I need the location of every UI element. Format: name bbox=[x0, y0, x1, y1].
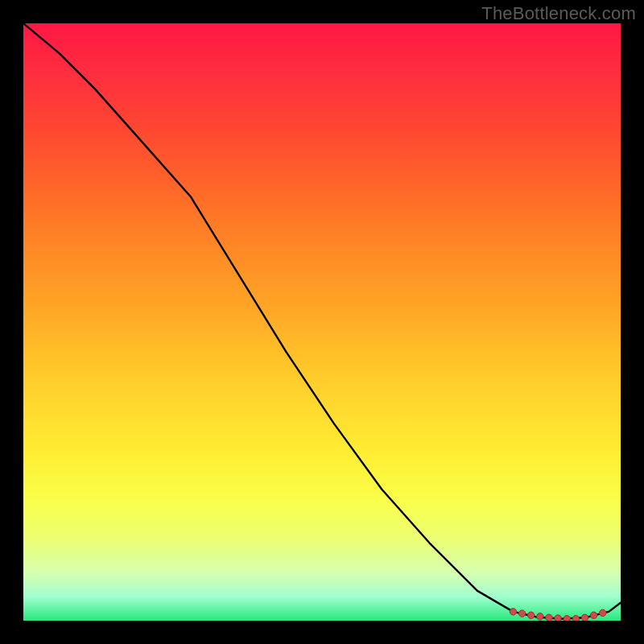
chart-frame: TheBottleneck.com bbox=[0, 0, 644, 644]
marker-dot bbox=[518, 610, 525, 617]
marker-dot bbox=[581, 614, 588, 621]
plot-area bbox=[23, 23, 621, 621]
marker-dot bbox=[510, 609, 516, 615]
series-curve bbox=[23, 23, 621, 619]
chart-svg bbox=[23, 23, 621, 621]
series-markers bbox=[510, 609, 606, 621]
marker-dot bbox=[555, 615, 561, 621]
marker-dot bbox=[600, 609, 606, 616]
marker-dot bbox=[590, 612, 597, 618]
marker-dot bbox=[564, 616, 570, 621]
attribution-label: TheBottleneck.com bbox=[481, 3, 636, 24]
marker-dot bbox=[546, 614, 552, 621]
marker-dot bbox=[537, 613, 543, 620]
marker-dot bbox=[572, 616, 579, 621]
marker-dot bbox=[528, 612, 535, 618]
